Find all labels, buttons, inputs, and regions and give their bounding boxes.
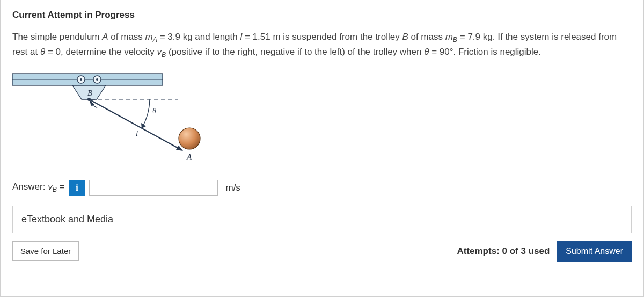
svg-point-3	[80, 78, 82, 81]
text: Answer:	[12, 182, 48, 192]
question-container: Current Attempt in Progress The simple p…	[0, 0, 644, 297]
right-group: Attempts: 0 of 3 used Submit Answer	[457, 241, 632, 262]
answer-row: Answer: vB = i m/s	[12, 180, 632, 196]
svg-marker-13	[141, 123, 146, 128]
answer-label: Answer: vB =	[12, 182, 64, 193]
label-theta: θ	[152, 106, 157, 115]
answer-input[interactable]	[89, 180, 218, 196]
info-button[interactable]: i	[69, 180, 85, 196]
sub-B: B	[453, 36, 457, 44]
equals: =	[57, 182, 65, 192]
text: = 0, determine the velocity	[45, 47, 157, 57]
diagram: B l θ A	[12, 66, 206, 173]
text: = 3.9 kg and length	[157, 32, 240, 42]
var-m: m	[145, 32, 153, 42]
attempt-heading: Current Attempt in Progress	[12, 10, 632, 20]
text: The simple pendulum	[12, 32, 102, 42]
question-prompt: The simple pendulum A of mass mA = 3.9 k…	[12, 30, 632, 61]
label-B: B	[87, 89, 92, 97]
text: = 90°. Friction is negligible.	[429, 47, 541, 57]
var-B: B	[402, 32, 408, 42]
save-button[interactable]: Save for Later	[12, 241, 79, 261]
text: of mass	[408, 32, 445, 42]
label-A: A	[186, 153, 192, 161]
sub-B: B	[162, 52, 166, 59]
var-theta: θ	[40, 47, 45, 57]
sub-B: B	[53, 186, 57, 194]
text: of mass	[108, 32, 145, 42]
var-v: v	[48, 182, 53, 192]
submit-button[interactable]: Submit Answer	[557, 241, 632, 262]
label-l: l	[136, 129, 138, 137]
var-v: v	[157, 47, 162, 57]
svg-line-9	[89, 99, 180, 149]
attempts-text: Attempts: 0 of 3 used	[457, 246, 550, 257]
bottom-row: Save for Later Attempts: 0 of 3 used Sub…	[12, 241, 632, 262]
etextbook-link[interactable]: eTextbook and Media	[12, 206, 632, 233]
sub-A: A	[153, 36, 157, 44]
var-m: m	[445, 32, 453, 42]
svg-point-14	[179, 128, 200, 149]
answer-unit: m/s	[225, 183, 240, 193]
var-A: A	[102, 32, 108, 42]
text: (positive if to the right, negative if t…	[166, 47, 424, 57]
svg-point-5	[96, 78, 98, 81]
text: = 1.51 m is suspended from the trolley	[242, 32, 402, 42]
